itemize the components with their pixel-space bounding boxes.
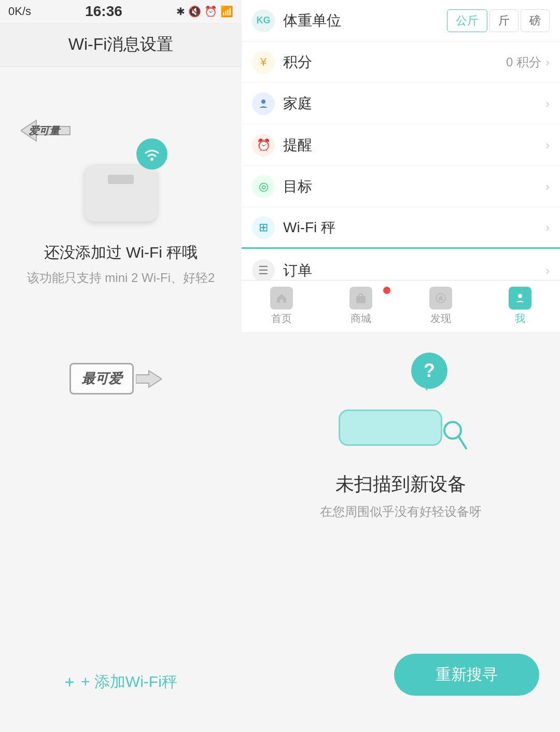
target-icon: ◎ [252, 175, 275, 198]
wifi-scale-icon: ⊞ [252, 216, 275, 239]
discover-icon [435, 292, 447, 304]
wifi-scale-chevron-icon: › [545, 220, 550, 235]
menu-item-weight-unit[interactable]: KG 体重单位 公斤 斤 磅 [242, 0, 560, 41]
points-value: 0 积分 [506, 54, 541, 71]
family-label: 家庭 [283, 94, 545, 114]
status-icons: ✱ 🔇 ⏰ 📶 [176, 5, 233, 18]
points-chevron-icon: › [545, 55, 550, 69]
svg-point-6 [518, 294, 522, 298]
target-chevron-icon: › [545, 179, 550, 194]
no-device-subtitle: 该功能只支持 mini 2 Wi-Fi、好轻2 [27, 270, 215, 286]
svg-rect-3 [356, 296, 366, 303]
not-found-subtitle: 在您周围似乎没有好轻设备呀 [320, 503, 482, 520]
no-device-title: 还没添加过 Wi-Fi 秤哦 [44, 242, 198, 263]
magnifier-svg [442, 420, 468, 451]
svg-line-9 [458, 436, 466, 448]
target-label: 目标 [283, 177, 545, 196]
family-icon [252, 92, 275, 115]
nav-item-shop[interactable]: 商城 [321, 287, 401, 326]
bluetooth-icon: ✱ [176, 5, 185, 18]
add-wifi-label: + 添加Wi-Fi秤 [81, 671, 177, 693]
bottom-nav: 首页 商城 发现 [242, 280, 560, 332]
wifi-bubble-icon [143, 147, 161, 161]
network-speed: 0K/s [8, 5, 31, 18]
status-bar: 0K/s 16:36 ✱ 🔇 ⏰ 📶 [0, 0, 242, 23]
weight-unit-icon: KG [252, 9, 275, 32]
scale-platform [339, 410, 442, 446]
menu-item-wifi-scale[interactable]: ⊞ Wi-Fi 秤 › [242, 207, 560, 249]
reminder-chevron-icon: › [545, 138, 550, 152]
menu-item-reminder[interactable]: ⏰ 提醒 › [242, 124, 560, 166]
annotation-bottom-label: 最可爱 [69, 363, 134, 395]
weight-unit-buttons: 公斤 斤 磅 [447, 9, 550, 32]
me-nav-icon [509, 287, 531, 309]
points-icon: ¥ [252, 51, 275, 74]
svg-point-1 [150, 158, 153, 161]
nav-item-me[interactable]: 我 [481, 287, 561, 326]
nav-label-shop: 商城 [351, 312, 371, 326]
right-panel: KG 体重单位 公斤 斤 磅 ¥ 积分 0 积分 › 家庭 › [242, 0, 560, 332]
svg-marker-5 [438, 295, 444, 301]
annotation-left-label: 爱可量 [29, 124, 60, 138]
reminder-icon: ⏰ [252, 134, 275, 157]
clock: 16:36 [85, 3, 122, 20]
points-label: 积分 [283, 52, 506, 72]
reminder-label: 提醒 [283, 135, 545, 155]
shop-icon [355, 292, 367, 304]
wifi-scale-label: Wi-Fi 秤 [283, 218, 545, 237]
page-title: Wi-Fi消息设置 [68, 35, 174, 53]
order-chevron-icon: › [545, 263, 550, 278]
page-title-bar: Wi-Fi消息设置 [0, 23, 242, 67]
rescan-button[interactable]: 重新搜寻 [394, 654, 539, 696]
scale-illustration [69, 138, 173, 221]
home-icon [275, 292, 288, 304]
question-tail [423, 383, 431, 391]
shop-badge [383, 287, 390, 294]
order-icon: ☰ [252, 259, 275, 282]
add-icon: + [64, 672, 75, 692]
unit-btn-kg[interactable]: 公斤 [447, 9, 487, 32]
weight-unit-label: 体重单位 [283, 11, 447, 31]
home-nav-icon [270, 287, 293, 309]
unit-btn-jin[interactable]: 斤 [489, 9, 519, 32]
muted-icon: 🔇 [188, 5, 201, 18]
left-panel: 0K/s 16:36 ✱ 🔇 ⏰ 📶 Wi-Fi消息设置 爱可量 [0, 0, 242, 332]
alarm-icon: ⏰ [204, 5, 217, 18]
magnifier-icon [442, 420, 468, 446]
menu-item-family[interactable]: 家庭 › [242, 83, 560, 124]
me-icon [514, 292, 526, 304]
nav-label-home: 首页 [271, 312, 292, 326]
discover-nav-icon [429, 287, 452, 309]
right-arrow-icon [136, 370, 162, 388]
wifi-status-icon: 📶 [220, 5, 233, 18]
family-chevron-icon: › [545, 96, 550, 111]
shop-nav-icon [349, 287, 372, 309]
menu-section-1: KG 体重单位 公斤 斤 磅 ¥ 积分 0 积分 › 家庭 › [242, 0, 560, 249]
order-label: 订单 [283, 261, 545, 280]
menu-item-points[interactable]: ¥ 积分 0 积分 › [242, 41, 560, 83]
add-wifi-scale-button[interactable]: + + 添加Wi-Fi秤 [64, 671, 177, 693]
bottom-right: ? 未扫描到新设备 在您周围似乎没有好轻设备呀 重新搜寻 [242, 332, 560, 732]
nav-item-home[interactable]: 首页 [242, 287, 321, 326]
unit-btn-pound[interactable]: 磅 [521, 9, 550, 32]
nav-item-discover[interactable]: 发现 [401, 287, 481, 326]
wifi-bubble [136, 138, 167, 170]
svg-point-2 [261, 100, 265, 104]
nav-label-me: 我 [515, 312, 525, 326]
scale-body [85, 164, 157, 221]
wifi-scale-content: 爱可量 还没添加过 Wi-Fi 秤哦 该功能只支持 mini 2 Wi-Fi、 [0, 67, 242, 332]
svg-marker-7 [136, 371, 162, 387]
not-found-title: 未扫描到新设备 [335, 472, 466, 497]
family-svg-icon [257, 97, 270, 110]
nav-label-discover: 发现 [430, 312, 451, 326]
menu-item-target[interactable]: ◎ 目标 › [242, 166, 560, 207]
